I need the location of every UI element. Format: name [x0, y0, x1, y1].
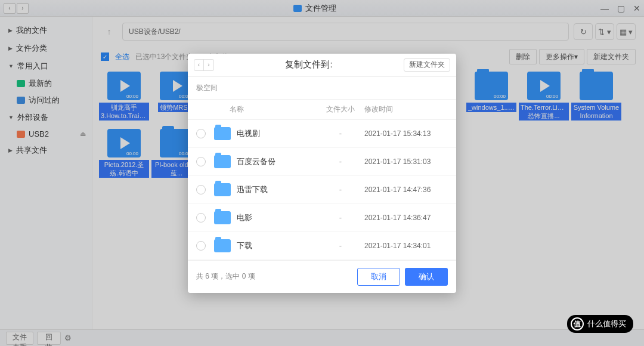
modal-overlay: ‹ › 复制文件到: 新建文件夹 极空间 名称 文件大小 修改时间 电视剧-20…	[0, 0, 644, 346]
watermark: 值 什么值得买	[567, 315, 633, 333]
folder-size: -	[317, 213, 364, 222]
folder-size: -	[317, 129, 364, 138]
dialog-status: 共 6 项，选中 0 项	[196, 271, 255, 282]
folder-time: 2021-01-17 15:31:03	[364, 157, 448, 166]
dialog-breadcrumb[interactable]: 极空间	[188, 77, 456, 100]
radio-button[interactable]	[196, 129, 206, 138]
folder-row[interactable]: 下载-2021-01-17 14:34:01	[188, 232, 456, 260]
dialog-nav: ‹ ›	[194, 59, 214, 71]
folder-size: -	[317, 157, 364, 166]
folder-time: 2021-01-17 15:34:13	[364, 129, 448, 138]
folder-icon	[214, 155, 231, 168]
radio-button[interactable]	[196, 185, 206, 194]
folder-row[interactable]: 电影-2021-01-17 14:36:47	[188, 204, 456, 232]
folder-name: 电视剧	[237, 128, 317, 139]
dialog-new-folder-button[interactable]: 新建文件夹	[404, 58, 450, 72]
folder-time: 2021-01-17 14:34:01	[364, 242, 448, 250]
folder-row[interactable]: 百度云备份-2021-01-17 15:31:03	[188, 148, 456, 176]
dialog-columns: 名称 文件大小 修改时间	[188, 100, 456, 120]
dialog-title: 复制文件到:	[214, 59, 404, 70]
folder-time: 2021-01-17 14:36:47	[364, 214, 448, 222]
folder-name: 电影	[237, 212, 317, 223]
radio-button[interactable]	[196, 213, 206, 223]
folder-row[interactable]: 迅雷下载-2021-01-17 14:47:36	[188, 176, 456, 204]
folder-name: 迅雷下载	[237, 184, 317, 195]
folder-time: 2021-01-17 14:47:36	[364, 186, 448, 194]
folder-icon	[214, 127, 231, 140]
folder-name: 百度云备份	[237, 156, 317, 167]
radio-button[interactable]	[196, 241, 206, 251]
folder-size: -	[317, 185, 364, 194]
dialog-forward-button[interactable]: ›	[204, 60, 213, 70]
watermark-icon: 值	[571, 317, 584, 330]
folder-name: 下载	[237, 240, 317, 251]
folder-icon	[214, 183, 231, 196]
radio-button[interactable]	[196, 157, 206, 166]
folder-row[interactable]: 电视剧-2021-01-17 15:34:13	[188, 120, 456, 148]
folder-icon	[214, 239, 231, 252]
folder-size: -	[317, 241, 364, 250]
confirm-button[interactable]: 确认	[405, 268, 448, 286]
dialog-back-button[interactable]: ‹	[194, 60, 204, 70]
folder-icon	[214, 211, 231, 224]
cancel-button[interactable]: 取消	[357, 268, 400, 286]
copy-dialog: ‹ › 复制文件到: 新建文件夹 极空间 名称 文件大小 修改时间 电视剧-20…	[188, 54, 456, 293]
